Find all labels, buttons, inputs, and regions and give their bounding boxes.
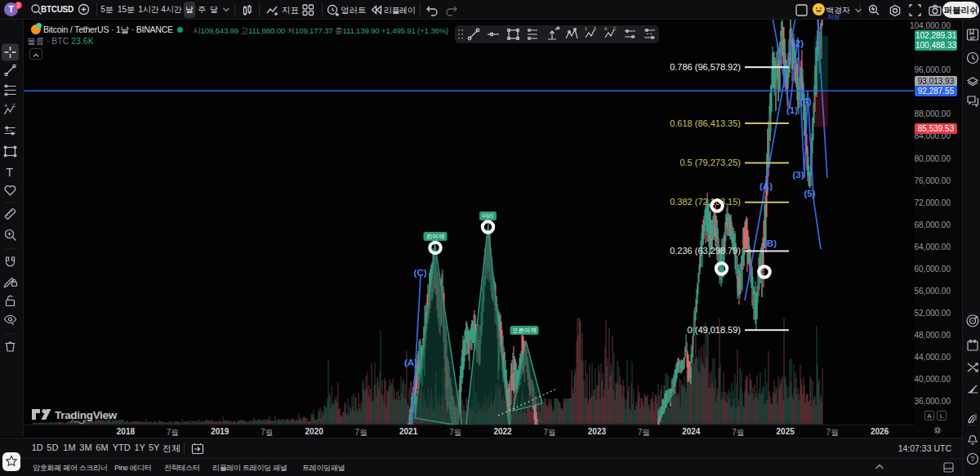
svg-text:5: 5 xyxy=(594,26,596,31)
svg-text:(B): (B) xyxy=(764,238,777,248)
svg-text:0.786 (96,578.92): 0.786 (96,578.92) xyxy=(670,62,741,72)
svg-text:0.618 (86,413.35): 0.618 (86,413.35) xyxy=(670,118,741,128)
svg-text:(1): (1) xyxy=(786,105,798,115)
svg-text:(2): (2) xyxy=(792,38,804,48)
svg-text:0.382 (72,133.15): 0.382 (72,133.15) xyxy=(670,197,741,207)
svg-text:머리: 머리 xyxy=(482,212,494,220)
svg-text:(A): (A) xyxy=(404,358,417,367)
svg-text:0 (49,018.59): 0 (49,018.59) xyxy=(688,325,741,335)
svg-text:(4): (4) xyxy=(800,96,811,106)
svg-text:오른어깨: 오른어깨 xyxy=(512,327,537,334)
svg-text:(C): (C) xyxy=(414,268,427,278)
svg-text:?: ? xyxy=(970,455,974,463)
svg-text:TradingView: TradingView xyxy=(55,409,118,421)
svg-text:T: T xyxy=(7,166,14,179)
svg-text:0.236 (63,298.79): 0.236 (63,298.79) xyxy=(670,246,741,256)
svg-text:(5): (5) xyxy=(804,189,815,198)
svg-text:(3): (3) xyxy=(792,170,804,180)
svg-text:1: 1 xyxy=(585,26,587,31)
svg-text:A: A xyxy=(604,26,608,31)
svg-text:(A): (A) xyxy=(760,181,773,191)
svg-text:A: A xyxy=(5,103,8,108)
svg-text:0.5 (79,273.25): 0.5 (79,273.25) xyxy=(679,158,741,167)
svg-text:C: C xyxy=(613,26,617,31)
svg-text:C: C xyxy=(13,103,16,108)
svg-text:왼어깨: 왼어깨 xyxy=(426,233,445,240)
